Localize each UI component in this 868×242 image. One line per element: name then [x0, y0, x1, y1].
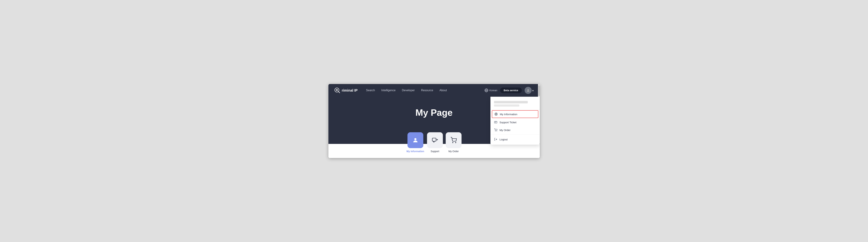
dropdown-item-support-ticket[interactable]: Support Ticket: [491, 118, 540, 126]
nav-intelligence[interactable]: Intelligence: [381, 89, 396, 92]
scrollbar[interactable]: [538, 84, 540, 97]
card-icon-my-information: [407, 132, 423, 148]
avatar-container: ▲: [525, 87, 534, 94]
cart-icon: [494, 128, 497, 131]
dropdown-logout-label: Logout: [500, 138, 508, 141]
dropdown-support-ticket-label: Support Ticket: [500, 121, 517, 124]
dropdown-item-my-order[interactable]: My Order: [491, 126, 540, 134]
card-icon-support: [427, 132, 443, 148]
beta-service-button[interactable]: Beta service: [500, 88, 522, 93]
svg-point-21: [455, 142, 456, 143]
dropdown-user-info: [491, 98, 540, 109]
cart-order-icon: [451, 137, 457, 143]
nav-developer[interactable]: Developer: [402, 89, 415, 92]
dropdown-item-my-information[interactable]: My Information: [492, 110, 538, 118]
navbar: riminal IP Search Intelligence Developer…: [329, 84, 540, 97]
language-label: Korean: [489, 89, 497, 92]
svg-point-13: [495, 131, 496, 131]
language-button[interactable]: Korean: [485, 88, 497, 92]
avatar-icon: [526, 89, 530, 92]
dropdown-email-blur: [494, 101, 528, 103]
svg-point-14: [497, 131, 497, 131]
dropdown-divider-2: [491, 134, 540, 135]
nav-links: Search Intelligence Developer Resource A…: [366, 89, 485, 92]
ticket-icon: [494, 121, 497, 124]
avatar-chevron: ▲: [532, 89, 534, 92]
card-my-order[interactable]: My Order: [446, 132, 462, 153]
svg-point-16: [414, 138, 416, 140]
logo-text: riminal IP: [342, 88, 358, 92]
svg-line-2: [338, 91, 340, 93]
logo[interactable]: riminal IP: [334, 87, 358, 93]
user-circle-icon: [494, 113, 498, 116]
card-label-support: Support: [431, 150, 439, 153]
dropdown-my-information-label: My Information: [500, 113, 517, 116]
dropdown-menu: My Information Support Ticket: [491, 97, 540, 145]
person-icon: [412, 137, 418, 143]
card-label-my-order: My Order: [448, 150, 459, 153]
nav-search[interactable]: Search: [366, 89, 375, 92]
nav-resource[interactable]: Resource: [421, 89, 433, 92]
svg-point-7: [527, 89, 529, 90]
card-label-my-information: My Information: [406, 150, 424, 153]
hero-title: My Page: [415, 107, 453, 118]
dropdown-my-order-label: My Order: [500, 128, 511, 131]
card-icon-my-order: [446, 132, 462, 148]
cards-row: My Information Support: [406, 132, 461, 153]
globe-icon: [485, 88, 488, 92]
svg-rect-17: [432, 138, 436, 141]
browser-window: riminal IP Search Intelligence Developer…: [329, 84, 540, 158]
svg-point-20: [453, 142, 453, 143]
card-support[interactable]: Support: [427, 132, 443, 153]
dropdown-item-logout[interactable]: Logout: [491, 135, 540, 143]
nav-right: Korean Beta service ▲: [485, 87, 534, 94]
logout-icon: [494, 138, 497, 141]
card-my-information[interactable]: My Information: [406, 132, 424, 153]
scrollbar-thumb: [538, 85, 540, 96]
svg-point-9: [496, 114, 496, 114]
dropdown-name-blur: [494, 104, 519, 107]
avatar-button[interactable]: [525, 87, 532, 94]
support-icon: [432, 137, 438, 143]
nav-about[interactable]: About: [439, 89, 447, 92]
svg-point-3: [337, 90, 337, 90]
